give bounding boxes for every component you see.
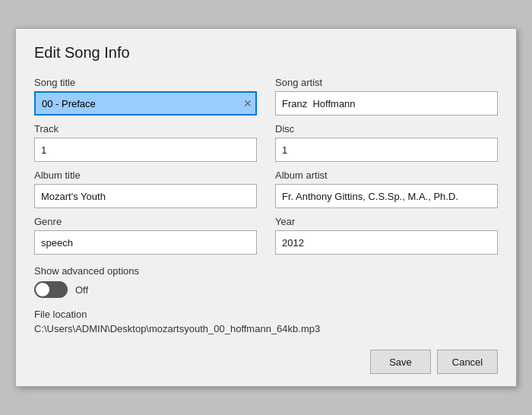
file-location-path: C:\Users\ADMIN\Desktop\mozartsyouth_00_h…	[34, 323, 498, 334]
year-field: Year	[275, 216, 498, 255]
track-input[interactable]	[34, 138, 257, 162]
song-title-label: Song title	[34, 77, 257, 88]
genre-label: Genre	[34, 216, 257, 227]
file-location-label: File location	[34, 309, 498, 320]
song-artist-input[interactable]	[275, 91, 498, 116]
dialog-footer: Save Cancel	[34, 350, 498, 374]
genre-field: Genre	[34, 216, 257, 255]
album-artist-label: Album artist	[275, 169, 498, 181]
song-artist-field: Song artist	[275, 77, 498, 116]
song-title-input[interactable]	[34, 91, 257, 116]
toggle-knob	[36, 283, 49, 296]
album-artist-input[interactable]	[275, 184, 498, 208]
track-label: Track	[34, 123, 257, 135]
album-artist-field: Album artist	[275, 169, 498, 208]
year-input[interactable]	[275, 230, 498, 255]
disc-input[interactable]	[275, 138, 498, 162]
cancel-button[interactable]: Cancel	[437, 350, 498, 374]
edit-song-dialog: Edit Song Info Song title ✕ Song artist …	[15, 28, 517, 387]
dialog-title: Edit Song Info	[34, 44, 498, 62]
advanced-options-label: Show advanced options	[34, 265, 498, 277]
album-title-input[interactable]	[34, 184, 257, 208]
song-title-clear-button[interactable]: ✕	[243, 98, 252, 109]
song-title-field: Song title ✕	[34, 77, 257, 116]
advanced-toggle[interactable]	[34, 281, 68, 298]
genre-input[interactable]	[34, 230, 257, 255]
disc-field: Disc	[275, 123, 498, 162]
album-title-label: Album title	[34, 169, 257, 181]
advanced-section: Show advanced options Off	[34, 265, 498, 298]
form-grid: Song title ✕ Song artist Track Disc Albu…	[34, 77, 498, 255]
album-title-field: Album title	[34, 169, 257, 208]
year-label: Year	[275, 216, 498, 227]
save-button[interactable]: Save	[370, 350, 431, 374]
song-artist-label: Song artist	[275, 77, 498, 88]
track-field: Track	[34, 123, 257, 162]
file-location-section: File location C:\Users\ADMIN\Desktop\moz…	[34, 309, 498, 334]
toggle-state-label: Off	[75, 284, 88, 296]
disc-label: Disc	[275, 123, 498, 135]
song-title-wrapper: ✕	[34, 91, 257, 116]
toggle-row: Off	[34, 281, 498, 298]
